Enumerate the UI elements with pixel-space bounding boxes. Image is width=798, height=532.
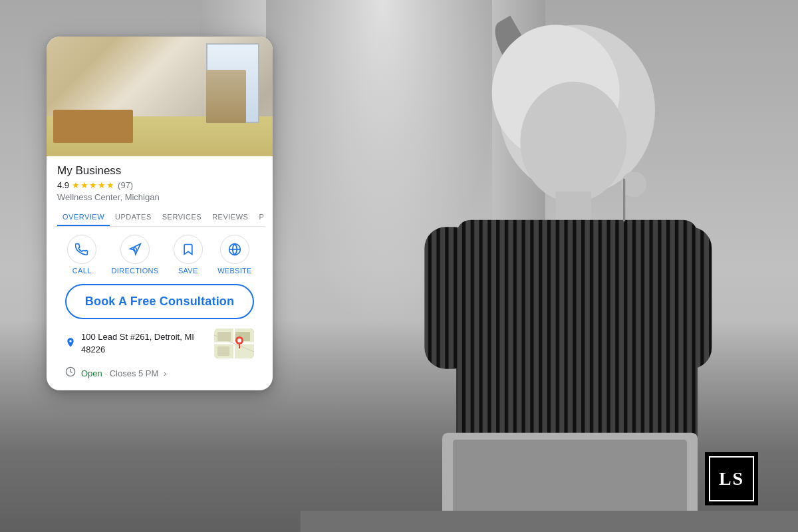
ls-logo: LS	[705, 452, 758, 505]
save-icon-circle	[174, 235, 203, 264]
call-button[interactable]: CALL	[67, 235, 96, 275]
tab-services[interactable]: SERVICES	[157, 209, 207, 226]
rating-number: 4.9	[57, 180, 69, 190]
svg-rect-8	[662, 227, 712, 368]
svg-point-27	[237, 338, 241, 342]
hours-chevron[interactable]: ›	[164, 368, 166, 378]
business-name: My Business	[57, 164, 262, 178]
hours-text: Open · Closes 5 PM ›	[81, 368, 166, 378]
tab-reviews[interactable]: REVIEWS	[207, 209, 253, 226]
business-category: Wellness Center, Michigan	[57, 192, 262, 202]
call-icon-circle	[67, 235, 96, 264]
nav-tabs: OVERVIEW UPDATES SERVICES REVIEWS PHO	[55, 209, 265, 227]
website-label: WEBSITE	[217, 267, 252, 275]
clock-icon	[65, 366, 76, 380]
star-rating: ★★★★★	[72, 180, 115, 190]
directions-icon-circle	[120, 235, 150, 264]
card-photo	[47, 37, 273, 156]
card-body: My Business 4.9 ★★★★★ (97) Wellness Cent…	[47, 156, 273, 380]
open-status: Open	[81, 368, 102, 378]
svg-rect-7	[424, 227, 474, 368]
directions-button[interactable]: DIRECTIONS	[112, 235, 159, 275]
phone-card: My Business 4.9 ★★★★★ (97) Wellness Cent…	[47, 37, 273, 390]
globe-icon	[228, 243, 241, 256]
svg-point-4	[520, 82, 626, 202]
ls-logo-inner: LS	[709, 456, 754, 501]
bookmark-icon	[182, 243, 195, 256]
action-buttons: CALL DIRECTIONS SAVE	[57, 235, 262, 275]
save-label: SAVE	[178, 267, 198, 275]
svg-rect-23	[217, 332, 231, 341]
cta-button[interactable]: Book A Free Consultation	[65, 284, 254, 319]
ls-logo-text: LS	[719, 468, 744, 489]
map-svg	[214, 329, 254, 358]
tab-photos[interactable]: PHO	[253, 209, 265, 226]
svg-rect-25	[217, 346, 229, 356]
location-icon	[65, 337, 76, 350]
svg-marker-15	[130, 244, 140, 255]
map-thumbnail	[214, 329, 254, 358]
website-icon-circle	[220, 235, 249, 264]
phone-icon	[75, 243, 88, 256]
directions-icon	[128, 243, 142, 256]
photo-decor	[206, 70, 246, 123]
svg-rect-6	[456, 220, 698, 468]
photo-furniture	[53, 110, 133, 143]
website-button[interactable]: WEBSITE	[217, 235, 252, 275]
directions-label: DIRECTIONS	[112, 267, 159, 275]
address-row: 100 Lead St #261, Detroit, MI 48226	[65, 329, 254, 358]
review-count: (97)	[118, 180, 133, 190]
tab-overview[interactable]: OVERVIEW	[57, 209, 110, 226]
call-label: CALL	[72, 267, 92, 275]
address-text: 100 Lead St #261, Detroit, MI 48226	[81, 331, 209, 355]
tab-updates[interactable]: UPDATES	[110, 209, 157, 226]
rating-row: 4.9 ★★★★★ (97)	[57, 180, 262, 190]
svg-rect-10	[623, 179, 625, 221]
svg-rect-14	[301, 511, 798, 532]
save-button[interactable]: SAVE	[174, 235, 203, 275]
hours-row: Open · Closes 5 PM ›	[65, 366, 254, 380]
hours-detail: · Closes 5 PM	[104, 368, 158, 378]
